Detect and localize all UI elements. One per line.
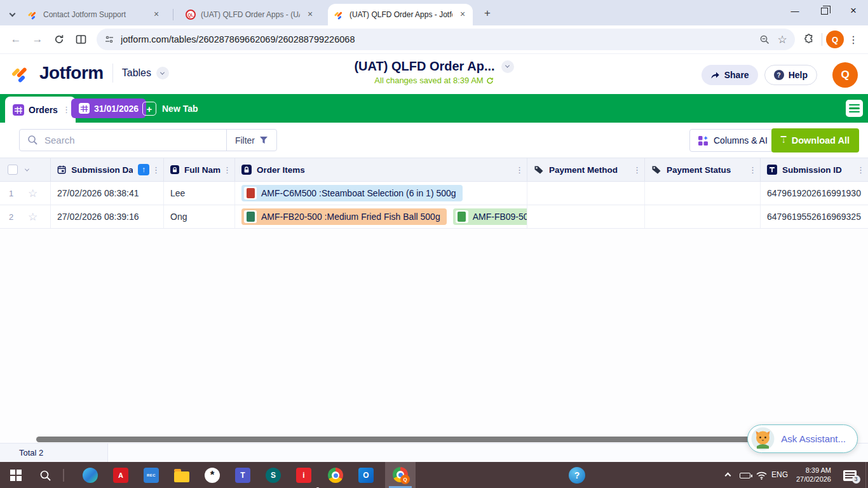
refresh-icon [486,77,494,85]
filter-button[interactable]: Filter [226,130,276,151]
browser-profile-avatar[interactable]: Q [826,30,844,48]
close-icon[interactable]: × [305,10,315,20]
account-avatar[interactable]: Q [832,62,858,88]
site-settings-icon[interactable] [104,34,114,44]
taskbar-chrome[interactable] [326,466,345,485]
tray-notifications[interactable]: 3 [840,466,859,485]
star-icon[interactable]: ☆ [28,187,37,200]
sheet-bar-menu-button[interactable] [846,100,863,117]
share-button[interactable]: Share [702,65,758,85]
new-tab-button[interactable]: + [480,6,494,20]
show-desktop-button[interactable] [865,462,868,488]
taskbar-chrome-q[interactable]: Q [391,465,410,484]
taskbar-sharepoint[interactable]: S [264,466,283,485]
order-item-chip[interactable]: AMF-FB20-500 :Medium Fried Fish Ball 500… [241,208,447,225]
extensions-button[interactable] [800,30,818,48]
payment-method-cell[interactable] [527,182,645,205]
star-icon[interactable]: ☆ [28,210,37,224]
column-menu-dots[interactable]: ⋮ [152,165,160,175]
horizontal-scrollbar[interactable] [36,437,756,442]
taskbar-active-app[interactable]: Q [385,462,416,488]
sheet-tab-date[interactable]: 31/01/2026 [71,98,146,118]
column-header-order-items[interactable]: Order Items ⋮ [235,158,527,181]
taskbar-file-explorer[interactable] [172,466,191,485]
taskbar-itop[interactable]: i [294,466,313,485]
title-dropdown-button[interactable] [501,60,514,73]
close-icon[interactable]: × [458,10,468,20]
page-title[interactable]: (UAT) QLFD Order Ap... [354,59,494,74]
taskbar-acrobat[interactable]: A [111,466,130,485]
tray-network[interactable] [754,466,769,485]
submission-date-cell[interactable]: 27/02/2026 08:39:16 [51,205,164,228]
browser-tab-support[interactable]: Contact Jotform Support × [22,4,166,25]
edge-icon [83,468,98,483]
order-item-chip[interactable]: AMF-FB09-500 :Smal [453,208,527,225]
column-header-submission-date[interactable]: Submission Date ↑ ⋮ [51,158,164,181]
payment-status-cell[interactable] [645,182,761,205]
payment-status-cell[interactable] [645,205,761,228]
help-button[interactable]: ? Help [764,65,817,85]
url-bar[interactable]: jotform.com/tables/260287869662069/26028… [97,29,795,50]
columns-ai-button[interactable]: Columns & AI [689,129,784,152]
chevron-down-icon[interactable] [25,166,29,171]
add-sheet-tab-button[interactable]: + New Tab [142,100,198,118]
order-items-cell[interactable]: AMF-C6M500 :Steamboat Selection (6 in 1)… [235,182,527,205]
ask-assistant-button[interactable]: Ask Assistant... [747,424,858,453]
browser-tab-active[interactable]: (UAT) QLFD Order Apps - Jotfor × [328,4,473,25]
back-button[interactable]: ← [5,29,27,50]
order-item-chip[interactable]: AMF-C6M500 :Steamboat Selection (6 in 1)… [241,185,463,201]
taskbar-screen-recorder[interactable]: REC [142,466,161,485]
taskbar-search-button[interactable] [36,466,55,485]
full-name-cell[interactable]: Lee [164,182,235,205]
column-menu-dots[interactable]: ⋮ [857,165,865,175]
sort-ascending-badge[interactable]: ↑ [138,164,149,175]
select-all-checkbox[interactable] [8,165,18,175]
orders-tab-menu[interactable]: ⋮ [62,105,71,114]
taskbar-chatgpt[interactable]: * [203,466,222,485]
forward-button[interactable]: → [27,29,48,50]
column-menu-dots[interactable]: ⋮ [223,165,231,175]
chevron-up-icon [724,472,731,478]
tray-clock[interactable]: 8:39 AM 27/02/2026 [796,466,831,484]
order-items-cell[interactable]: AMF-FB20-500 :Medium Fried Fish Ball 500… [235,205,527,228]
lock-icon [241,165,252,175]
start-button[interactable] [6,466,25,485]
full-name-cell[interactable]: Ong [164,205,235,228]
share-icon [710,71,720,79]
table-row[interactable]: 2 ☆ 27/02/2026 08:39:16 Ong AMF-FB20-500… [0,205,868,229]
column-header-payment-status[interactable]: Payment Status ⋮ [645,158,761,181]
browser-menu-button[interactable]: ⋮ [844,34,863,46]
submission-date-cell[interactable]: 27/02/2026 08:38:41 [51,182,164,205]
reading-list-button[interactable] [70,29,92,50]
column-header-payment-method[interactable]: Payment Method ⋮ [527,158,645,181]
close-window-button[interactable]: × [839,0,868,22]
column-menu-dots[interactable]: ⋮ [749,165,757,175]
browser-tab-qlfd-uat[interactable]: QL (UAT) QLFD Order Apps - (UAT) × [179,4,320,25]
taskbar-teams[interactable]: T [233,466,252,485]
bookmark-star-button[interactable]: ☆ [773,30,791,48]
submission-id-cell[interactable]: 6479619202616991930 [761,182,868,205]
payment-method-cell[interactable] [527,205,645,228]
column-menu-dots[interactable]: ⋮ [515,165,524,175]
taskbar-outlook[interactable]: O [356,466,376,485]
tray-show-hidden-icons[interactable] [721,466,735,485]
reload-button[interactable] [48,29,70,50]
sheet-tab-orders[interactable]: Orders ⋮ [5,97,76,123]
minimize-button[interactable]: — [780,0,810,22]
tray-battery[interactable] [737,466,752,485]
column-menu-dots[interactable]: ⋮ [633,165,641,175]
column-header-full-name[interactable]: Full Name ⋮ [164,158,235,181]
taskbar-edge[interactable] [81,466,100,485]
close-icon[interactable]: × [151,10,161,20]
column-header-submission-id[interactable]: Submission ID ⋮ [761,158,868,181]
submission-id-cell[interactable]: 6479619552616969325 [761,205,868,228]
restore-button[interactable] [810,0,839,22]
taskbar-help[interactable]: ? [567,466,587,485]
tab-search-chevron-icon[interactable] [6,8,18,19]
download-all-button[interactable]: ↑ Download All [771,128,859,152]
tray-language[interactable]: ENG [771,470,788,479]
search-input[interactable] [44,135,226,146]
table-row[interactable]: 1 ☆ 27/02/2026 08:38:41 Lee AMF-C6M500 :… [0,182,868,205]
zoom-out-indicator[interactable] [756,30,773,48]
plus-icon: + [142,102,156,116]
